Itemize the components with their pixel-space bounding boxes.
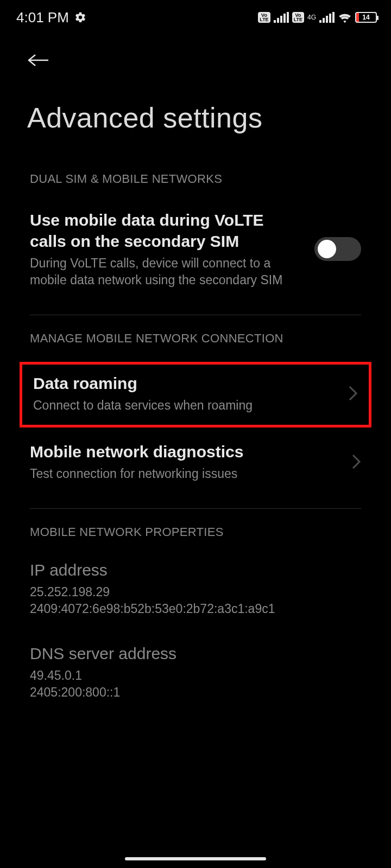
chevron-right-icon bbox=[348, 385, 358, 401]
setting-volte-secondary-sim[interactable]: Use mobile data during VoLTE calls on th… bbox=[0, 196, 391, 305]
setting-subtitle: During VoLTE calls, device will connect … bbox=[30, 255, 304, 289]
property-title: DNS server address bbox=[30, 644, 361, 663]
back-button[interactable] bbox=[27, 49, 50, 72]
status-right: VoLTE VoLTE 4G 14 bbox=[258, 11, 377, 23]
toggle-switch[interactable] bbox=[314, 237, 361, 261]
section-header-properties: MOBILE NETWORK PROPERTIES bbox=[0, 509, 391, 549]
battery-icon: 14 bbox=[355, 12, 377, 23]
setting-subtitle: Test connection for networking issues bbox=[30, 465, 340, 482]
setting-network-diagnostics[interactable]: Mobile network diagnostics Test connecti… bbox=[0, 427, 391, 499]
page-title: Advanced settings bbox=[0, 72, 391, 156]
volte-badge-icon: VoLTE bbox=[292, 12, 304, 23]
battery-percent: 14 bbox=[356, 14, 376, 21]
property-value-ipv6: 2409:4072:6e98:b52b:53e0:2b72:a3c1:a9c1 bbox=[30, 601, 361, 617]
status-bar: 4:01 PM VoLTE VoLTE 4G 14 bbox=[0, 0, 391, 33]
signal-bars-icon bbox=[319, 12, 335, 23]
toggle-knob bbox=[318, 240, 336, 258]
property-value-ipv6: 2405:200:800::1 bbox=[30, 684, 361, 701]
chevron-right-icon bbox=[351, 454, 361, 470]
setting-text: Mobile network diagnostics Test connecti… bbox=[30, 441, 340, 482]
property-ip-address: IP address 25.252.198.29 2409:4072:6e98:… bbox=[0, 549, 391, 623]
gear-icon bbox=[74, 11, 86, 23]
setting-data-roaming[interactable]: Data roaming Connect to data services wh… bbox=[20, 362, 371, 427]
header bbox=[0, 33, 391, 72]
section-header-dual-sim: DUAL SIM & MOBILE NETWORKS bbox=[0, 156, 391, 196]
signal-bars-icon bbox=[274, 12, 289, 23]
section-header-manage-connection: MANAGE MOBILE NETWORK CONNECTION bbox=[0, 315, 391, 355]
home-indicator[interactable] bbox=[125, 857, 266, 860]
setting-text: Use mobile data during VoLTE calls on th… bbox=[30, 209, 304, 289]
volte-badge-icon: VoLTE bbox=[258, 12, 270, 23]
arrow-left-icon bbox=[28, 53, 49, 68]
clock: 4:01 PM bbox=[16, 9, 69, 26]
property-title: IP address bbox=[30, 561, 361, 579]
setting-title: Mobile network diagnostics bbox=[30, 441, 340, 462]
setting-title: Use mobile data during VoLTE calls on th… bbox=[30, 209, 304, 252]
network-type: 4G bbox=[307, 15, 316, 20]
setting-subtitle: Connect to data services when roaming bbox=[33, 397, 337, 414]
property-value-ipv4: 49.45.0.1 bbox=[30, 667, 361, 684]
setting-text: Data roaming Connect to data services wh… bbox=[33, 373, 337, 414]
property-dns-address: DNS server address 49.45.0.1 2405:200:80… bbox=[0, 623, 391, 706]
property-value-ipv4: 25.252.198.29 bbox=[30, 584, 361, 601]
status-left: 4:01 PM bbox=[16, 9, 86, 26]
wifi-icon bbox=[338, 11, 352, 23]
setting-title: Data roaming bbox=[33, 373, 337, 394]
